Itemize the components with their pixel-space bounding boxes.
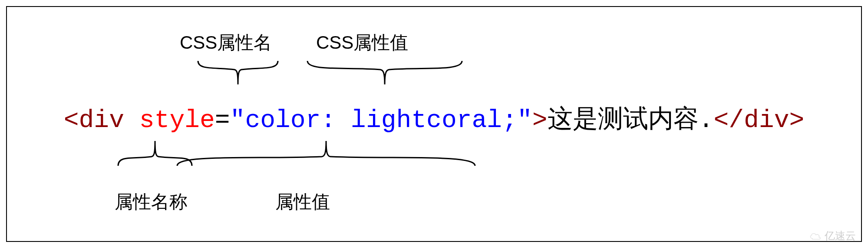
- space: [124, 106, 139, 134]
- css-property: color: [245, 106, 320, 134]
- label-css-property-name: CSS属性名: [180, 30, 272, 55]
- quote-close: ": [517, 106, 532, 134]
- brace-css-prop-name-icon: [195, 57, 281, 88]
- close-tag-end: >: [789, 106, 804, 134]
- close-slash: /: [729, 106, 744, 134]
- css-semicolon: ;: [502, 106, 517, 134]
- watermark-text: 亿速云: [825, 229, 856, 243]
- label-css-property-value: CSS属性值: [316, 30, 408, 55]
- watermark: 亿速云: [809, 229, 856, 243]
- label-attribute-name: 属性名称: [115, 190, 188, 214]
- cloud-icon: [809, 231, 822, 240]
- equals-sign: =: [215, 106, 230, 134]
- inner-text: 这是测试内容.: [548, 106, 714, 134]
- code-example: <div style="color: lightcoral;">这是测试内容.<…: [7, 102, 861, 136]
- open-angle-bracket: <: [64, 106, 79, 134]
- diagram-content: CSS属性名 CSS属性值 <div style="color: lightco…: [7, 7, 861, 241]
- brace-css-prop-value-icon: [303, 57, 466, 88]
- css-colon: :: [320, 106, 351, 134]
- label-attribute-value: 属性值: [275, 190, 330, 214]
- brace-attr-value-icon: [172, 137, 480, 169]
- quote-open: ": [230, 106, 245, 134]
- tag-name-close: div: [744, 106, 789, 134]
- attribute-name: style: [139, 106, 215, 134]
- close-angle-bracket: <: [713, 106, 729, 134]
- diagram-frame: CSS属性名 CSS属性值 <div style="color: lightco…: [6, 6, 862, 242]
- tag-name-open: div: [79, 106, 124, 134]
- open-tag-end: >: [532, 106, 548, 134]
- css-value: lightcoral: [351, 106, 502, 134]
